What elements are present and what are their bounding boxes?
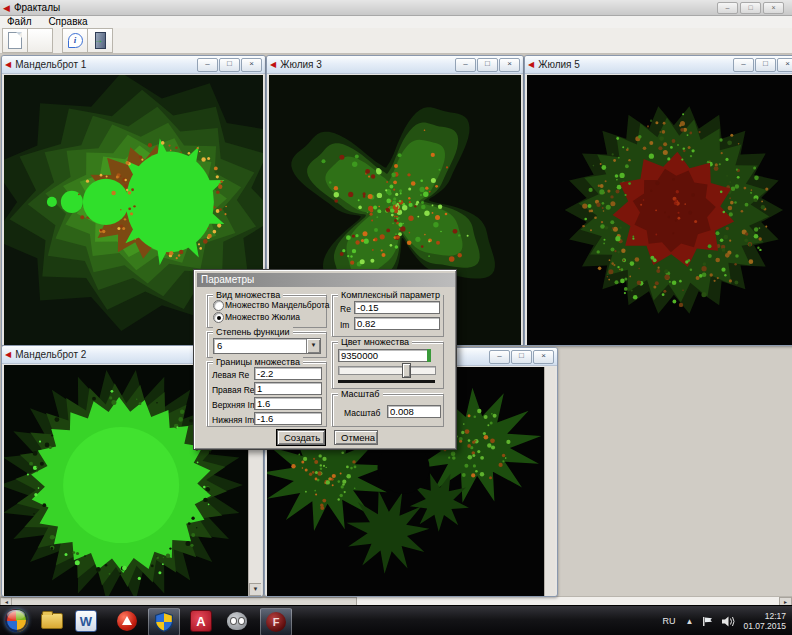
- field-label: Масштаб: [344, 408, 380, 418]
- action-center-flag-icon[interactable]: [702, 616, 713, 627]
- field-label: Im: [340, 320, 349, 330]
- taskbar-gimp[interactable]: [222, 608, 252, 634]
- color-swatch: [427, 349, 431, 362]
- maximize-button[interactable]: □: [755, 58, 776, 72]
- app-close-button[interactable]: ×: [763, 2, 784, 14]
- group-label: Степень функции: [213, 327, 293, 337]
- app-title: Фракталы: [14, 2, 60, 13]
- group-label: Цвет множества: [338, 337, 412, 347]
- minimize-button[interactable]: –: [197, 58, 218, 72]
- vertical-scrollbar[interactable]: [544, 367, 555, 596]
- field-label: Верхняя Im: [212, 400, 257, 410]
- im-input[interactable]: [354, 317, 440, 330]
- volume-icon[interactable]: [722, 616, 735, 627]
- gimp-icon: [227, 612, 247, 630]
- exit-door-icon: →: [95, 32, 106, 49]
- about-button[interactable]: i: [62, 28, 88, 53]
- acrobat-icon: A: [190, 610, 212, 632]
- minimize-button[interactable]: –: [489, 350, 510, 364]
- window-titlebar[interactable]: ◀ Жюлия 3 – □ ×: [267, 56, 523, 74]
- toolbar: i →: [0, 28, 792, 54]
- window-content: [527, 75, 792, 345]
- language-indicator[interactable]: RU: [663, 616, 676, 626]
- fractal-window-icon: ◀: [528, 60, 534, 69]
- app-fractal-icon: ◀: [3, 3, 10, 13]
- folder-icon: [41, 613, 63, 629]
- app-titlebar[interactable]: ◀ Фракталы – □ ×: [0, 0, 792, 16]
- app-minimize-button[interactable]: –: [717, 2, 738, 14]
- clock[interactable]: 12:17 01.07.2015: [743, 611, 786, 631]
- taskbar-word[interactable]: W: [71, 608, 101, 634]
- app-maximize-button[interactable]: □: [740, 2, 761, 14]
- taskbar-uac-shield[interactable]: [148, 608, 180, 635]
- tray-time: 12:17: [743, 611, 786, 621]
- color-slider-thumb[interactable]: [402, 363, 411, 378]
- taskbar: W A F RU ▲: [0, 605, 792, 635]
- taskbar-acrobat[interactable]: A: [186, 608, 216, 634]
- window-titlebar[interactable]: ◀ Жюлия 5 – □ ×: [525, 56, 792, 74]
- taskbar-red-app[interactable]: [112, 608, 142, 634]
- scale-input[interactable]: [387, 405, 441, 418]
- group-label: Границы множества: [213, 357, 303, 367]
- maximize-button[interactable]: □: [477, 58, 498, 72]
- field-label: Левая Re: [212, 370, 249, 380]
- degree-value: 6: [217, 340, 222, 351]
- field-label: Re: [340, 304, 351, 314]
- system-tray: RU ▲ 12:17 01.07.2015: [663, 606, 792, 635]
- red-app-icon: [117, 611, 137, 631]
- close-button[interactable]: ×: [777, 58, 792, 72]
- taskbar-fractals-app[interactable]: F: [260, 608, 292, 635]
- new-document-button[interactable]: [2, 28, 28, 53]
- julia-fractal-image: [527, 75, 792, 345]
- menu-file[interactable]: Файл: [0, 16, 39, 28]
- blank-toolbar-button[interactable]: [27, 28, 53, 53]
- fractal-window-icon: ◀: [270, 60, 276, 69]
- window-julia-5: ◀ Жюлия 5 – □ ×: [524, 55, 792, 346]
- exit-button[interactable]: →: [87, 28, 113, 53]
- radio-label: Множество Мандельброта: [225, 300, 330, 310]
- color-slider-track[interactable]: [338, 366, 436, 375]
- close-button[interactable]: ×: [533, 350, 554, 364]
- parameters-dialog: Параметры Вид множества Множество Мандел…: [193, 269, 457, 450]
- right-re-input[interactable]: [254, 382, 322, 395]
- group-label: Масштаб: [338, 389, 383, 399]
- left-re-input[interactable]: [254, 367, 322, 380]
- fractal-window-icon: ◀: [5, 350, 11, 359]
- info-icon: i: [68, 33, 83, 48]
- color-value-input[interactable]: [338, 349, 428, 362]
- bottom-im-input[interactable]: [254, 412, 322, 425]
- create-button[interactable]: Создать: [277, 430, 325, 445]
- fractals-app-icon: F: [266, 612, 286, 632]
- menubar: Файл Справка: [0, 16, 792, 28]
- fractal-window-icon: ◀: [5, 60, 11, 69]
- maximize-button[interactable]: □: [511, 350, 532, 364]
- chevron-down-icon[interactable]: ▼: [306, 339, 320, 353]
- taskbar-explorer[interactable]: [37, 608, 67, 634]
- menu-help[interactable]: Справка: [41, 16, 94, 28]
- window-titlebar[interactable]: ◀ Мандельброт 1 – □ ×: [2, 56, 265, 74]
- radio-julia-set[interactable]: [213, 312, 224, 323]
- window-title: Жюлия 3: [280, 59, 454, 70]
- minimize-button[interactable]: –: [733, 58, 754, 72]
- exit-arrow-icon: →: [94, 36, 104, 44]
- scroll-down-button[interactable]: ▼: [249, 583, 261, 596]
- re-input[interactable]: [354, 301, 440, 314]
- field-label: Правая Re: [212, 385, 255, 395]
- slider-baseline: [338, 380, 435, 383]
- close-button[interactable]: ×: [241, 58, 262, 72]
- group-label: Вид множества: [213, 290, 283, 300]
- top-im-input[interactable]: [254, 397, 322, 410]
- tray-date: 01.07.2015: [743, 621, 786, 631]
- radio-mandelbrot-set[interactable]: [213, 300, 224, 311]
- close-button[interactable]: ×: [499, 58, 520, 72]
- dialog-titlebar[interactable]: Параметры: [197, 273, 455, 287]
- minimize-button[interactable]: –: [455, 58, 476, 72]
- radio-label: Множество Жюлиа: [225, 312, 300, 322]
- tray-expand-icon[interactable]: ▲: [686, 617, 694, 626]
- window-title: Мандельброт 1: [15, 59, 196, 70]
- maximize-button[interactable]: □: [219, 58, 240, 72]
- degree-combobox[interactable]: 6 ▼: [213, 338, 321, 354]
- start-button[interactable]: [5, 609, 28, 632]
- shield-icon: [155, 612, 173, 632]
- cancel-button[interactable]: Отмена: [334, 430, 378, 445]
